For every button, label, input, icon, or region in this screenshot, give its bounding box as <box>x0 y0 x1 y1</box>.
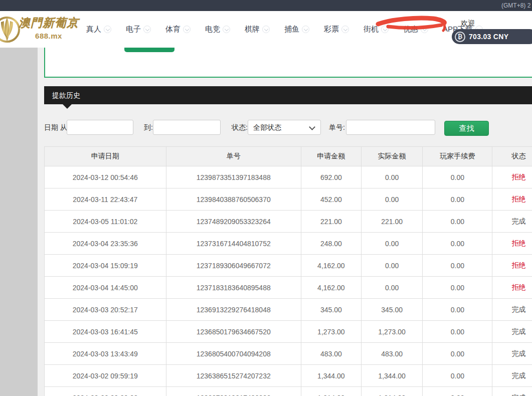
cell-amount: 221.00 <box>301 211 361 232</box>
nav-item-label: 真人 <box>86 25 101 34</box>
cell-date: 2024-03-04 15:09:19 <box>45 255 166 276</box>
cell-amount: 248.00 <box>301 233 361 254</box>
status-select[interactable]: 全部状态 <box>248 120 321 135</box>
cell-status: 拒绝 <box>492 233 532 254</box>
cell-status: 拒绝 <box>492 277 532 298</box>
table-row: 2024-03-03 16:41:4512368501796346675201,… <box>45 320 532 342</box>
nav-item[interactable]: 彩票 <box>324 25 349 34</box>
cell-actual-amount: 0.00 <box>361 166 423 188</box>
cell-actual-amount: 1,273.00 <box>361 321 423 342</box>
column-header: 申请金额 <box>301 147 361 166</box>
cell-status: 完成 <box>492 211 532 232</box>
cell-player-fee: 0.00 <box>422 299 492 320</box>
cell-actual-amount: 221.00 <box>361 211 423 232</box>
cell-order-no: 1237183183640895488 <box>166 277 301 298</box>
logo-domain: 688.mx <box>16 32 81 40</box>
cell-amount: 1,214.00 <box>301 387 361 396</box>
table-row: 2024-03-11 22:43:47123984038876050637045… <box>45 188 532 210</box>
left-gutter <box>0 48 38 396</box>
nav-item-label: 电子 <box>126 25 141 34</box>
cell-order-no: 1239873351397183488 <box>166 166 301 188</box>
cell-status: 完成 <box>492 365 532 386</box>
welcome-label: 欢迎 <box>461 19 475 28</box>
bitcoin-icon: ₿ <box>455 32 465 42</box>
cell-date: 2024-03-03 13:43:49 <box>45 343 166 364</box>
table-row: 2024-03-04 14:45:0012371831836408954884,… <box>45 276 532 298</box>
order-no-input[interactable] <box>346 120 435 135</box>
cell-player-fee: 0.00 <box>422 277 492 298</box>
nav-item[interactable]: 棋牌 <box>245 25 270 34</box>
cell-order-no: 1236913229276418048 <box>166 299 301 320</box>
table-body: 2024-03-12 00:54:46123987335139718348869… <box>45 166 532 396</box>
table-row: 2024-03-03 13:43:49123680540070409420848… <box>45 342 532 364</box>
chevron-down-circle-icon <box>104 26 111 33</box>
table-header-row: 申请日期单号申请金额实际金额玩家手续费状态 <box>45 147 532 166</box>
date-to-label: 到: <box>144 120 153 135</box>
table-row: 2024-03-03 20:52:17123691322927641804834… <box>45 298 532 320</box>
history-panel-title: 提款历史 <box>44 86 532 104</box>
cell-player-fee: 0.00 <box>422 233 492 254</box>
date-to-input[interactable] <box>153 120 221 135</box>
nav-item[interactable]: 真人 <box>86 25 111 34</box>
cell-status: 完成 <box>492 387 532 396</box>
status-label: 状态: <box>232 120 248 135</box>
nav-item-label: 电竞 <box>205 25 220 34</box>
cell-status: 完成 <box>492 321 532 342</box>
filter-bar: 日期 从: 到: 状态: 全部状态 单号: 查找 <box>0 120 532 137</box>
cell-status: 拒绝 <box>492 255 532 276</box>
chevron-down-circle-icon <box>341 26 349 33</box>
nav-item-label: 捕鱼 <box>284 25 299 34</box>
table-row: 2024-03-04 23:35:36123731671440481075224… <box>45 232 532 254</box>
cell-player-fee: 0.00 <box>422 321 492 342</box>
form-panel-cropped <box>44 48 532 78</box>
cell-player-fee: 0.00 <box>422 211 492 232</box>
cell-actual-amount: 345.00 <box>361 299 423 320</box>
cell-order-no: 1236850179634667520 <box>166 321 301 342</box>
cell-order-no: 1236386515274207232 <box>166 365 301 386</box>
balance-pill[interactable]: ₿ 703.03 CNY <box>452 29 532 44</box>
chevron-down-circle-icon <box>302 26 309 33</box>
nav-item-label: 体育 <box>165 25 181 34</box>
cell-amount: 4,162.00 <box>301 255 361 276</box>
user-area: 欢迎 ₿ 703.03 CNY <box>452 11 532 48</box>
top-utility-bar: (GMT+8) 2 <box>0 0 532 11</box>
cell-actual-amount: 0.00 <box>361 255 423 276</box>
search-button[interactable]: 查找 <box>444 121 489 136</box>
nav-item-label: 棋牌 <box>245 25 260 34</box>
cell-date: 2024-03-02 09:29:08 <box>45 387 166 396</box>
cell-date: 2024-03-11 22:43:47 <box>45 188 166 210</box>
redaction-scribble <box>374 14 454 36</box>
cell-order-no: 1236378919817486336 <box>166 387 301 396</box>
cell-order-no: 1237189306049667072 <box>166 255 301 276</box>
cell-player-fee: 0.00 <box>422 365 492 386</box>
submit-button-cropped[interactable] <box>124 48 174 52</box>
cell-date: 2024-03-12 00:54:46 <box>45 166 166 188</box>
nav-item-label: 彩票 <box>324 25 339 34</box>
cell-actual-amount: 0.00 <box>361 188 423 210</box>
nav-item[interactable]: 捕鱼 <box>284 25 309 34</box>
nav-item[interactable]: 电竞 <box>205 25 230 34</box>
withdrawal-history-table: 申请日期单号申请金额实际金额玩家手续费状态 2024-03-12 00:54:4… <box>44 146 532 396</box>
cell-player-fee: 0.00 <box>422 255 492 276</box>
cell-actual-amount: 1,214.00 <box>361 387 423 396</box>
nav-item[interactable]: 电子 <box>126 25 151 34</box>
table-row: 2024-03-02 09:29:0812363789198174863361,… <box>45 386 532 396</box>
panel-pointer-arrow <box>63 104 72 109</box>
column-header: 单号 <box>166 147 301 166</box>
cell-amount: 1,344.00 <box>301 365 361 386</box>
cell-player-fee: 0.00 <box>422 387 492 396</box>
chevron-down-circle-icon <box>143 26 151 33</box>
table-row: 2024-03-04 15:09:1912371893060496670724,… <box>45 254 532 276</box>
cell-status: 拒绝 <box>492 166 532 188</box>
cell-actual-amount: 0.00 <box>361 277 423 298</box>
cell-player-fee: 0.00 <box>422 188 492 210</box>
chevron-down-circle-icon <box>183 26 191 33</box>
table-row: 2024-03-02 09:59:1912363865152742072321,… <box>45 364 532 386</box>
nav-item[interactable]: 体育 <box>165 25 191 34</box>
page: (GMT+8) 2 澳門新葡京 688.mx <box>0 0 532 396</box>
cell-amount: 692.00 <box>301 166 361 188</box>
table-row: 2024-03-12 00:54:46123987335139718348869… <box>45 166 532 188</box>
cell-amount: 452.00 <box>301 188 361 210</box>
cell-actual-amount: 0.00 <box>361 233 423 254</box>
date-from-input[interactable] <box>67 120 133 135</box>
